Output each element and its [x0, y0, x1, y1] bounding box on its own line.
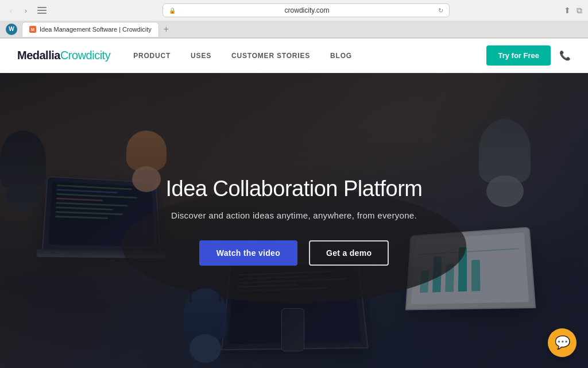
phone-icon[interactable]: 📞 — [559, 50, 571, 61]
chat-widget[interactable]: 💬 — [548, 328, 577, 357]
main-nav: Medallia Crowdicity PRODUCT USES CUSTOME… — [0, 39, 588, 73]
nav-customer-stories[interactable]: CUSTOMER STORIES — [231, 52, 310, 60]
svg-rect-0 — [37, 7, 47, 8]
tab-bar: W M Idea Management Software | Crowdicit… — [0, 21, 588, 38]
nav-actions: Try for Free 📞 — [486, 45, 571, 66]
new-tab-button[interactable]: ⧉ — [577, 6, 582, 16]
sidebar-toggle[interactable] — [36, 5, 48, 16]
nav-links: PRODUCT USES CUSTOMER STORIES BLOG — [133, 52, 486, 60]
nav-blog[interactable]: BLOG — [330, 52, 352, 60]
url-text: crowdicity.com — [179, 6, 435, 14]
tab-title: Idea Management Software | Crowdicity — [40, 26, 152, 33]
hero-section: Idea Collaboration Platform Discover and… — [0, 73, 588, 368]
browser-chrome: ‹ › 🔒 crowdicity.com ↻ ⬆ ⧉ W M Idea Mana… — [0, 0, 588, 39]
browser-actions: ⬆ ⧉ — [564, 6, 582, 16]
svg-rect-1 — [37, 10, 47, 11]
hero-content: Idea Collaboration Platform Discover and… — [154, 164, 434, 278]
get-demo-button[interactable]: Get a demo — [309, 240, 389, 266]
nav-uses[interactable]: USES — [191, 52, 211, 60]
watch-video-button[interactable]: Watch the video — [199, 240, 297, 266]
logo[interactable]: Medallia Crowdicity — [17, 49, 110, 62]
back-button[interactable]: ‹ — [6, 5, 16, 16]
try-for-free-button[interactable]: Try for Free — [486, 45, 551, 66]
hero-subtitle: Discover and action ideas anytime, anywh… — [166, 210, 423, 220]
address-bar[interactable]: 🔒 crowdicity.com ↻ — [163, 3, 450, 17]
wordpress-icon: W — [6, 24, 17, 35]
chat-icon: 💬 — [555, 335, 570, 350]
new-tab-add-button[interactable]: + — [164, 24, 169, 34]
tab-favicon: M — [29, 26, 36, 33]
browser-tab[interactable]: M Idea Management Software | Crowdicity — [22, 22, 159, 37]
svg-rect-2 — [37, 13, 47, 14]
hero-buttons: Watch the video Get a demo — [166, 240, 423, 266]
website: Medallia Crowdicity PRODUCT USES CUSTOME… — [0, 39, 588, 368]
lock-icon: 🔒 — [169, 7, 176, 14]
share-button[interactable]: ⬆ — [564, 6, 571, 15]
nav-product[interactable]: PRODUCT — [133, 52, 171, 60]
logo-medallia: Medallia — [17, 49, 60, 62]
logo-crowdicity: Crowdicity — [60, 49, 110, 62]
forward-button[interactable]: › — [21, 5, 31, 16]
refresh-icon[interactable]: ↻ — [438, 7, 443, 14]
hero-title: Idea Collaboration Platform — [166, 176, 423, 202]
browser-toolbar: ‹ › 🔒 crowdicity.com ↻ ⬆ ⧉ — [0, 0, 588, 21]
